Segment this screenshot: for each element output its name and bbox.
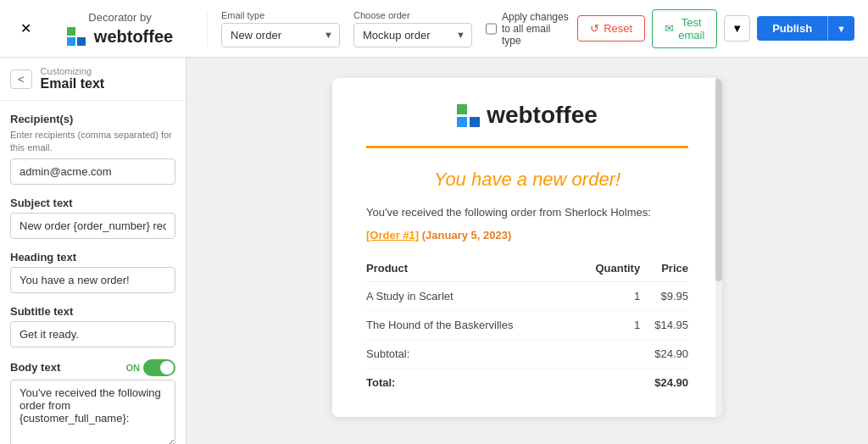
test-email-button[interactable]: ✉ Test email [652, 9, 717, 48]
email-type-select[interactable]: New order [221, 23, 340, 47]
choose-order-select[interactable]: Mockup order [353, 23, 472, 47]
sidebar: < Customizing Email text Recipient(s) En… [0, 58, 186, 444]
total-value: $24.90 [640, 368, 688, 397]
toggle-wrap: ON [126, 359, 176, 376]
email-logo-text: webtoffee [487, 102, 598, 129]
sidebar-header: < Customizing Email text [0, 58, 186, 101]
row-quantity: 1 [576, 281, 640, 310]
table-row: The Hound of the Baskervilles 1 $14.95 [366, 310, 688, 339]
subtitle-input[interactable] [10, 321, 175, 347]
subtotal-label: Subtotal: [366, 339, 576, 368]
subject-label: Subject text [10, 197, 175, 209]
table-header-quantity: Quantity [576, 255, 640, 282]
recipients-input[interactable] [10, 158, 175, 185]
body-text-header: Body text ON [10, 359, 175, 376]
row-price: $9.95 [640, 281, 688, 310]
envelope-icon: ✉ [665, 22, 674, 35]
recipients-hint: Enter recipients (comma separated) for t… [10, 129, 175, 155]
body-textarea[interactable]: You've received the following order from… [10, 380, 175, 444]
sidebar-content: Recipient(s) Enter recipients (comma sep… [0, 101, 186, 444]
main: < Customizing Email text Recipient(s) En… [0, 58, 868, 444]
email-type-select-wrap: New order ▼ [221, 23, 340, 47]
email-preview: webtoffee You have a new order! You've r… [332, 78, 722, 417]
reset-icon: ↺ [590, 22, 599, 35]
apply-checkbox-wrap: Apply changes to all email type [486, 11, 570, 47]
recipients-label: Recipient(s) [10, 113, 175, 125]
publish-arrow-button[interactable]: ▼ [827, 16, 854, 41]
subject-input[interactable] [10, 213, 175, 239]
table-header-product: Product [366, 255, 576, 282]
email-preview-scroll-thumb [715, 78, 722, 281]
recipients-field: Recipient(s) Enter recipients (comma sep… [10, 113, 175, 185]
logo-squares [67, 27, 86, 46]
email-logo-squares [457, 104, 480, 127]
top-bar: ✕ Decorator by webtoffee Email type New … [0, 0, 868, 58]
heading-label: Heading text [10, 251, 175, 264]
subject-field: Subject text [10, 197, 175, 239]
body-label: Body text [10, 361, 60, 374]
publish-button[interactable]: Publish [757, 16, 827, 41]
subtotal-value: $24.90 [640, 339, 688, 368]
logo-sq-blue-br [77, 37, 86, 46]
heading-field: Heading text [10, 251, 175, 293]
email-type-label: Email type [221, 10, 340, 20]
body-field: Body text ON You've received the followi… [10, 359, 175, 444]
logo-sq-blue-bl [67, 37, 75, 46]
logo-title: Decorator by [88, 11, 151, 24]
total-spacer [576, 368, 640, 397]
email-preview-inner: webtoffee You have a new order! You've r… [332, 78, 722, 417]
sidebar-back-button[interactable]: < [10, 69, 32, 89]
order-date: (January 5, 2023) [422, 229, 512, 241]
test-email-label: Test email [678, 16, 704, 42]
row-product: A Study in Scarlet [366, 281, 576, 310]
toggle-label: ON [126, 363, 141, 373]
table-row: A Study in Scarlet 1 $9.95 [366, 281, 688, 310]
choose-order-select-wrap: Mockup order ▼ [353, 23, 472, 47]
publish-wrap: Publish ▼ [757, 16, 854, 41]
email-preview-scrollbar[interactable] [715, 78, 722, 417]
logo-sq-empty-tr [77, 27, 86, 36]
logo-area: Decorator by webtoffee [47, 11, 208, 47]
logo-icon: webtoffee [67, 27, 173, 47]
sidebar-breadcrumb-top: Customizing [41, 66, 105, 76]
top-bar-right: Apply changes to all email type ↺ Reset … [486, 9, 854, 48]
email-logo-icon: webtoffee [457, 102, 598, 129]
choose-order-group: Choose order Mockup order ▼ [353, 10, 472, 47]
subtotal-spacer [576, 339, 640, 368]
body-toggle[interactable] [143, 359, 175, 376]
total-label: Total: [366, 368, 576, 397]
sidebar-breadcrumb-current: Email text [41, 76, 105, 92]
reset-label: Reset [604, 22, 632, 35]
order-line: [Order #1] (January 5, 2023) [366, 229, 688, 241]
subtitle-field: Subtitle text [10, 305, 175, 347]
table-header-price: Price [640, 255, 688, 282]
row-product: The Hound of the Baskervilles [366, 310, 576, 339]
email-logo-sq-blue2 [470, 117, 480, 127]
email-table: Product Quantity Price A Study in Scarle… [366, 255, 688, 397]
email-logo-sq-green [457, 104, 467, 114]
email-logo-sq-blue1 [457, 117, 467, 127]
row-price: $14.95 [640, 310, 688, 339]
heading-input[interactable] [10, 267, 175, 293]
email-type-group: Email type New order ▼ [221, 10, 340, 47]
test-email-arrow-button[interactable]: ▼ [724, 15, 750, 42]
sidebar-breadcrumb: Customizing Email text [41, 66, 105, 92]
apply-label: Apply changes to all email type [502, 11, 570, 47]
close-button[interactable]: ✕ [14, 17, 38, 40]
email-logo-area: webtoffee [366, 78, 688, 146]
content-area: webtoffee You have a new order! You've r… [186, 58, 868, 444]
order-link[interactable]: [Order #1] [366, 229, 419, 241]
logo-text: webtoffee [94, 27, 173, 47]
apply-all-checkbox[interactable] [486, 23, 497, 35]
toggle-knob [160, 361, 174, 375]
logo-sq-green-tl [67, 27, 75, 36]
email-heading: You have a new order! [366, 148, 688, 204]
row-quantity: 1 [576, 310, 640, 339]
reset-button[interactable]: ↺ Reset [577, 15, 645, 42]
email-logo-sq-empty [470, 104, 480, 114]
subtitle-label: Subtitle text [10, 305, 175, 318]
choose-order-label: Choose order [353, 10, 472, 20]
email-body-text: You've received the following order from… [366, 204, 688, 222]
